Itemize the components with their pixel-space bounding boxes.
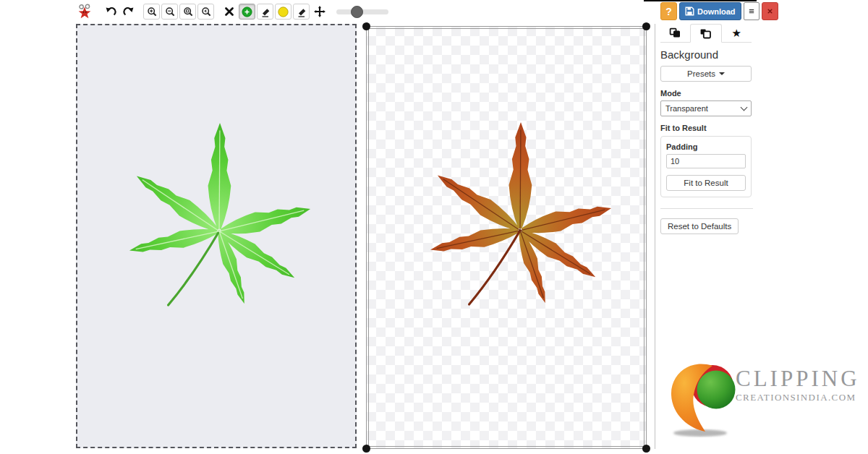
redo-icon xyxy=(123,7,135,17)
watermark-text: CLIPPING CREATIONSINDIA.COM xyxy=(736,367,860,403)
mode-value: Transparent xyxy=(665,104,708,113)
crop-handle-bottom-left[interactable] xyxy=(362,445,370,453)
eraser-small-icon xyxy=(297,7,307,17)
reset-to-defaults-button[interactable]: Reset to Defaults xyxy=(660,218,739,234)
zoom-out-icon xyxy=(165,7,175,17)
close-x-icon xyxy=(767,6,773,17)
zoom-out-button[interactable] xyxy=(161,4,178,20)
keep-marker-button[interactable] xyxy=(239,4,255,20)
download-label: Download xyxy=(697,7,736,16)
mode-label: Mode xyxy=(660,89,753,98)
sidebar-divider xyxy=(660,208,753,209)
layers-outline-icon xyxy=(699,28,712,39)
close-button[interactable] xyxy=(762,2,778,20)
mode-select[interactable]: Transparent xyxy=(660,100,752,116)
toolbar xyxy=(76,1,388,22)
tab-original-layers[interactable] xyxy=(660,24,690,42)
clear-marks-x-icon xyxy=(224,6,235,17)
undo-icon xyxy=(105,7,116,17)
pan-button[interactable] xyxy=(311,4,328,20)
eraser-button[interactable] xyxy=(257,4,273,20)
zoom-actual-icon xyxy=(201,7,211,17)
zoom-in-icon xyxy=(147,7,157,17)
hamburger-menu-icon xyxy=(749,6,754,17)
reset-label: Reset to Defaults xyxy=(668,222,731,231)
green-maple-leaf-image xyxy=(128,119,315,309)
original-canvas[interactable] xyxy=(76,24,357,448)
crop-handle-bottom-right[interactable] xyxy=(642,445,650,453)
fit-to-result-button[interactable]: Fit to Result xyxy=(666,175,746,191)
help-label: ? xyxy=(665,6,672,17)
download-button[interactable]: Download xyxy=(679,2,741,20)
sidebar-tabs: ★ xyxy=(660,24,752,43)
tab-background[interactable] xyxy=(690,24,721,43)
clipping-creations-logo-icon xyxy=(668,359,736,440)
hair-marker-yellow-icon xyxy=(278,7,289,17)
presets-label: Presets xyxy=(687,69,715,78)
zoom-fit-button[interactable] xyxy=(179,4,196,20)
floppy-disk-icon xyxy=(685,7,694,16)
tab-favorites[interactable]: ★ xyxy=(722,24,752,42)
redo-button[interactable] xyxy=(120,4,137,20)
watermark-subtitle: CREATIONSINDIA.COM xyxy=(736,392,860,403)
result-canvas[interactable] xyxy=(366,26,647,449)
padding-label: Padding xyxy=(666,142,746,151)
brush-size-knob[interactable] xyxy=(351,6,363,18)
editor-page: ? Download xyxy=(0,0,868,454)
caret-down-icon xyxy=(719,72,725,75)
watermark-title: CLIPPING xyxy=(736,367,860,390)
screenshot-edge-artifact xyxy=(644,0,757,1)
help-button[interactable]: ? xyxy=(660,2,677,20)
zoom-in-button[interactable] xyxy=(143,4,160,20)
panel-title: Background xyxy=(660,48,753,61)
layers-filled-icon xyxy=(669,27,681,38)
zoom-actual-button[interactable] xyxy=(197,4,214,20)
header-actions: ? Download xyxy=(660,2,778,20)
padding-input[interactable] xyxy=(666,154,746,168)
fit-to-result-group: Padding Fit to Result xyxy=(660,136,752,197)
undo-button[interactable] xyxy=(102,4,119,20)
presets-button[interactable]: Presets xyxy=(660,66,752,82)
clipping-magic-logo xyxy=(76,3,93,20)
pan-move-icon xyxy=(314,6,326,17)
star-icon: ★ xyxy=(732,27,741,38)
crop-handle-top-left[interactable] xyxy=(362,22,370,30)
brush-size-slider[interactable] xyxy=(336,9,388,14)
fit-section-label: Fit to Result xyxy=(660,124,753,132)
zoom-fit-icon xyxy=(183,7,193,17)
hair-marker-button[interactable] xyxy=(275,4,292,20)
keep-marker-green-icon xyxy=(242,7,252,17)
eraser-icon xyxy=(260,7,271,17)
menu-button[interactable] xyxy=(744,2,760,20)
autumn-maple-leaf-image xyxy=(429,119,616,308)
crab-star-logo-icon xyxy=(77,4,93,20)
eraser-small-button[interactable] xyxy=(293,4,310,20)
crop-handle-top-right[interactable] xyxy=(642,22,650,30)
fit-to-result-label: Fit to Result xyxy=(684,179,728,187)
clipping-creations-watermark: CLIPPING CREATIONSINDIA.COM xyxy=(668,359,856,440)
chevron-down-icon xyxy=(741,104,748,111)
clear-marks-button[interactable] xyxy=(221,4,237,20)
